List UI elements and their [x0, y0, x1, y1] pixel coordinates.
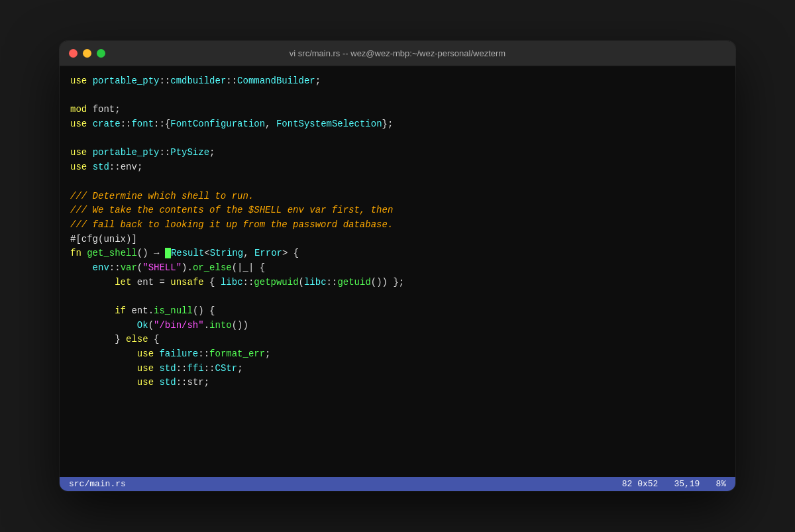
code-line-20: use failure::format_err;	[70, 347, 725, 362]
terminal-window: vi src/main.rs -- wez@wez-mbp:~/wez-pers…	[60, 41, 735, 491]
traffic-lights	[69, 49, 105, 58]
code-line-17: if ent.is_null() {	[70, 304, 725, 319]
minimize-button[interactable]	[83, 49, 91, 58]
code-line-3: mod font;	[70, 103, 725, 117]
code-line-8	[70, 175, 725, 189]
code-line-11: /// fall back to looking it up from the …	[70, 218, 725, 233]
statusbar-line-info: 82 0x52	[622, 479, 659, 489]
code-line-13: fn get_shell() → Result<String, Error> {	[70, 246, 725, 261]
statusbar-filename: src/main.rs	[69, 479, 126, 489]
maximize-button[interactable]	[97, 49, 105, 58]
code-line-12: #[cfg(unix)]	[70, 233, 725, 247]
code-line-5	[70, 132, 725, 146]
code-line-4: use crate::font::{FontConfiguration, Fon…	[70, 117, 725, 132]
code-line-22: use std::str;	[70, 376, 725, 390]
code-line-19: } else {	[70, 333, 725, 347]
code-line-16	[70, 290, 725, 304]
terminal-content[interactable]: use portable_pty::cmdbuilder::CommandBui…	[60, 66, 735, 477]
close-button[interactable]	[69, 49, 78, 58]
statusbar-position: 35,19	[674, 479, 700, 489]
code-line-10: /// We take the contents of the $SHELL e…	[70, 203, 725, 218]
code-line-15: let ent = unsafe { libc::getpwuid(libc::…	[70, 276, 725, 290]
code-line-9: /// Determine which shell to run.	[70, 189, 725, 204]
statusbar: src/main.rs 82 0x52 35,19 8%	[60, 477, 735, 491]
code-line-2	[70, 89, 725, 103]
code-line-7: use std::env;	[70, 160, 725, 175]
code-line-21: use std::ffi::CStr;	[70, 362, 725, 376]
statusbar-right: 82 0x52 35,19 8%	[622, 479, 726, 489]
code-line-14: env::var("SHELL").or_else(|_| {	[70, 261, 725, 276]
code-line-6: use portable_pty::PtySize;	[70, 146, 725, 160]
code-line-1: use portable_pty::cmdbuilder::CommandBui…	[70, 74, 725, 89]
statusbar-percent: 8%	[716, 479, 726, 489]
window-title: vi src/main.rs -- wez@wez-mbp:~/wez-pers…	[290, 48, 505, 58]
code-line-18: Ok("/bin/sh".into())	[70, 319, 725, 333]
titlebar: vi src/main.rs -- wez@wez-mbp:~/wez-pers…	[60, 41, 735, 66]
